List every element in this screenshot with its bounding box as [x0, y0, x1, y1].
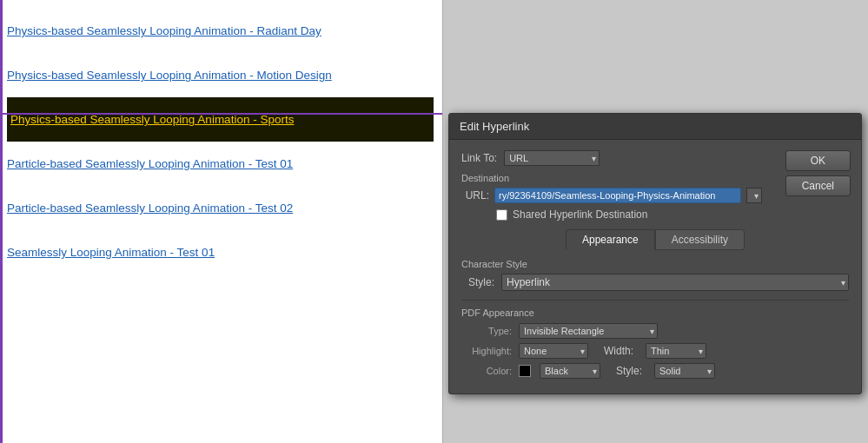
ok-button[interactable]: OK — [785, 150, 851, 171]
shared-hyperlink-label: Shared Hyperlink Destination — [513, 208, 647, 221]
document-link-6[interactable]: Seamlessly Looping Animation - Test 01 — [7, 230, 434, 274]
pdf-style-select-wrap: Solid Dashed — [654, 363, 715, 379]
shared-hyperlink-checkbox[interactable] — [496, 209, 507, 221]
color-select-wrap: Black White Red — [540, 363, 600, 379]
pdf-style-select[interactable]: Solid Dashed — [654, 363, 715, 379]
dialog-buttons: OK Cancel — [785, 150, 851, 196]
document-link-3[interactable]: Physics-based Seamlessly Looping Animati… — [7, 97, 434, 142]
color-swatch — [519, 365, 531, 377]
divider — [461, 300, 849, 301]
tabs-row: Appearance Accessibility — [461, 229, 849, 250]
width-select[interactable]: Thin Medium Thick — [646, 343, 706, 359]
document-link-1[interactable]: Physics-based Seamlessly Looping Animati… — [7, 9, 434, 53]
type-select-wrap: Invisible Rectangle Visible Rectangle — [519, 323, 658, 339]
color-select[interactable]: Black White Red — [540, 363, 600, 379]
style-label: Style: — [461, 276, 494, 288]
highlight-select[interactable]: None Invert Outline — [519, 343, 588, 359]
character-style-label: Character Style — [461, 259, 849, 269]
link-to-select[interactable]: URL File Email Page — [504, 150, 600, 166]
style-select[interactable]: Hyperlink None — [501, 274, 849, 291]
document-link-4[interactable]: Particle-based Seamlessly Looping Animat… — [7, 142, 434, 186]
style-row: Style: Hyperlink None — [461, 274, 849, 291]
cancel-button[interactable]: Cancel — [785, 175, 851, 196]
pdf-appearance-label: PDF Appearance — [461, 307, 849, 318]
type-label: Type: — [461, 326, 512, 336]
url-input[interactable] — [494, 188, 741, 203]
top-border-line — [0, 113, 443, 115]
document-area: Physics-based Seamlessly Looping Animati… — [0, 0, 443, 443]
pdf-appearance-section: PDF Appearance Type: Invisible Rectangle… — [461, 307, 849, 379]
link-to-select-wrap: URL File Email Page — [504, 150, 600, 166]
url-dropdown — [746, 188, 762, 203]
dialog-title: Edit Hyperlink — [449, 114, 861, 140]
edit-hyperlink-dialog: Edit Hyperlink OK Cancel Link To: URL Fi… — [448, 113, 862, 394]
destination-section: Destination URL: Shared Hyperlink Destin… — [461, 173, 762, 221]
color-style-row: Color: Black White Red Style: Solid Dash… — [461, 363, 849, 379]
document-link-5[interactable]: Particle-based Seamlessly Looping Animat… — [7, 186, 434, 230]
link-to-label: Link To: — [461, 152, 497, 164]
type-select[interactable]: Invisible Rectangle Visible Rectangle — [519, 323, 658, 339]
highlight-width-row: Highlight: None Invert Outline Width: Th… — [461, 343, 849, 359]
link-to-row: Link To: URL File Email Page — [461, 150, 762, 166]
highlight-label: Highlight: — [461, 346, 512, 356]
tab-accessibility[interactable]: Accessibility — [655, 229, 745, 250]
character-style-section: Character Style Style: Hyperlink None — [461, 259, 849, 291]
shared-hyperlink-row: Shared Hyperlink Destination — [461, 208, 762, 221]
width-label: Width: — [604, 345, 633, 357]
document-link-2[interactable]: Physics-based Seamlessly Looping Animati… — [7, 53, 434, 97]
style-select-wrap: Hyperlink None — [501, 274, 849, 291]
width-select-wrap: Thin Medium Thick — [646, 343, 706, 359]
url-label: URL: — [461, 189, 489, 202]
type-row: Type: Invisible Rectangle Visible Rectan… — [461, 323, 849, 339]
highlight-select-wrap: None Invert Outline — [519, 343, 588, 359]
left-border-line — [0, 0, 3, 443]
document-content: Physics-based Seamlessly Looping Animati… — [0, 0, 442, 283]
tab-appearance[interactable]: Appearance — [566, 229, 655, 250]
destination-label: Destination — [461, 173, 762, 183]
color-label: Color: — [461, 366, 512, 376]
pdf-style-label: Style: — [616, 365, 642, 377]
url-row: URL: — [461, 188, 762, 203]
url-select[interactable] — [746, 188, 762, 203]
dialog-body: OK Cancel Link To: URL File Email Page D… — [449, 140, 861, 393]
